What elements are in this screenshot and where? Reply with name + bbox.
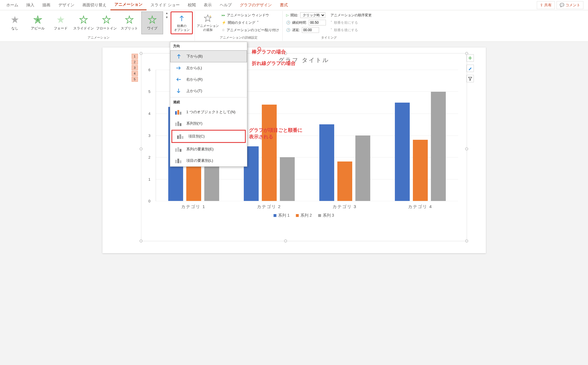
start-dropdown[interactable]: クリック時 <box>300 12 325 18</box>
anim-slidein[interactable]: スライドイン <box>73 11 94 34</box>
svg-marker-7 <box>149 16 156 23</box>
bar <box>337 161 352 201</box>
svg-rect-22 <box>175 160 177 163</box>
svg-rect-10 <box>175 111 177 115</box>
duration-input[interactable] <box>309 20 326 25</box>
tab-chartdesign[interactable]: グラフのデザイン <box>236 0 276 10</box>
svg-rect-14 <box>177 121 179 126</box>
svg-marker-4 <box>80 16 87 23</box>
svg-rect-17 <box>179 134 181 139</box>
start-label: 開始: <box>290 13 298 18</box>
menu-from-right[interactable]: 右から(R) <box>170 74 247 85</box>
bar <box>413 140 428 201</box>
menu-by-category-element[interactable]: 項目の要素別(L) <box>170 155 247 166</box>
group-label-animation: アニメーション <box>4 35 193 40</box>
group-label-timing: タイミング <box>284 35 373 40</box>
svg-marker-5 <box>103 16 110 23</box>
comment-button[interactable]: 💬コメント <box>557 1 583 9</box>
svg-rect-20 <box>177 147 179 152</box>
chart-brush-icon[interactable] <box>466 65 474 72</box>
menu-from-top[interactable]: 上から(T) <box>170 85 247 97</box>
svg-rect-16 <box>177 135 179 139</box>
bar <box>355 135 370 201</box>
tab-draw[interactable]: 描画 <box>38 0 54 10</box>
menu-by-series-element[interactable]: 系列の要素別(E) <box>170 143 247 155</box>
x-axis-label: カテゴリ 4 <box>382 204 458 210</box>
delay-label: 遅延: <box>292 28 300 33</box>
legend-item: 系列 1 <box>274 213 290 218</box>
anim-split[interactable]: スプリット <box>118 11 140 34</box>
comment-icon: 💬 <box>560 3 564 7</box>
slide-canvas: 1 2 3 4 5 グラフ タイトル 0123456 カテゴリ 1カテゴリ 2カ… <box>0 42 588 259</box>
tab-home[interactable]: ホーム <box>2 0 22 10</box>
trigger-button[interactable]: ⚡開始のタイミング˅ <box>222 19 279 26</box>
chevron-down-icon: ˅ <box>330 28 332 32</box>
effect-options-button[interactable]: 効果の オプション <box>171 11 193 34</box>
anim-fade[interactable]: フェード <box>50 11 72 34</box>
chart-plus-icon[interactable] <box>466 54 474 62</box>
menu-from-left[interactable]: 左から(L) <box>170 62 247 74</box>
annotation-bar: 棒グラフの場合 <box>252 49 286 55</box>
share-button[interactable]: ⇪共有 <box>537 1 555 9</box>
star-icon <box>56 15 65 24</box>
reorder-label: アニメーションの順序変更 <box>330 12 372 18</box>
seq-tag[interactable]: 2 <box>132 59 138 65</box>
menu-from-bottom[interactable]: 下から(B) <box>170 50 247 62</box>
slide[interactable]: 1 2 3 4 5 グラフ タイトル 0123456 カテゴリ 1カテゴリ 2カ… <box>102 47 486 253</box>
delay-input[interactable] <box>302 27 319 33</box>
clock-icon: 🕒 <box>286 28 290 32</box>
anim-appear[interactable]: アピール <box>27 11 49 34</box>
arrow-down-icon <box>174 87 183 94</box>
bar <box>395 103 410 201</box>
chart-filter-icon[interactable] <box>466 75 474 82</box>
tab-design[interactable]: デザイン <box>54 0 78 10</box>
star-icon <box>125 15 134 24</box>
svg-rect-18 <box>182 136 183 139</box>
star-icon <box>10 15 19 24</box>
tab-slideshow[interactable]: スライド ショー <box>146 0 184 10</box>
seq-tag[interactable]: 1 <box>132 54 138 59</box>
x-axis-label: カテゴリ 1 <box>156 204 231 210</box>
animation-painter-button[interactable]: ☆アニメーションのコピー/貼り付け <box>222 27 279 33</box>
anim-gallery-more[interactable]: ▲▼ <box>164 11 169 19</box>
tab-view[interactable]: 表示 <box>200 0 216 10</box>
bar <box>319 124 334 201</box>
tab-animation[interactable]: アニメーション <box>110 0 146 10</box>
animation-pane-button[interactable]: ▸▸アニメーション ウィンドウ <box>222 12 279 18</box>
animation-sequence-tags: 1 2 3 4 5 <box>132 54 138 82</box>
svg-marker-6 <box>126 16 133 23</box>
bar <box>262 105 277 201</box>
seq-tag[interactable]: 5 <box>132 77 138 82</box>
arrow-left-icon <box>174 76 183 83</box>
arrow-up-icon <box>177 14 186 23</box>
arrow-right-icon <box>174 65 183 71</box>
tab-review[interactable]: 校閲 <box>184 0 200 10</box>
bars-icon <box>174 120 183 127</box>
menu-as-one-object[interactable]: 1 つのオブジェクトとして(N) <box>170 106 247 118</box>
move-later-button[interactable]: ˅順番を後にする <box>330 27 372 33</box>
effect-options-menu: 方向 下から(B) 左から(L) 右から(R) 上から(T) 連続 1 つのオブ… <box>170 42 247 167</box>
legend-item: 系列 3 <box>318 213 334 218</box>
tab-help[interactable]: ヘルプ <box>216 0 236 10</box>
svg-rect-21 <box>180 149 181 152</box>
tab-transition[interactable]: 画面切り替え <box>78 0 110 10</box>
anim-wipe[interactable]: ワイプ <box>141 11 163 34</box>
tab-insert[interactable]: 挿入 <box>22 0 38 10</box>
tab-format[interactable]: 書式 <box>276 0 292 10</box>
svg-rect-13 <box>175 123 177 126</box>
menu-by-series[interactable]: 系列別(Y) <box>170 118 247 129</box>
add-animation-button[interactable]: + アニメーション の追加 <box>197 11 219 34</box>
move-earlier-button[interactable]: ˄順番を前にする <box>330 19 372 26</box>
arrow-up-icon <box>175 53 183 60</box>
anim-floatin[interactable]: フロートイン <box>96 11 117 34</box>
legend-item: 系列 2 <box>296 213 312 218</box>
group-label-advanced: アニメーションの詳細設定 <box>197 35 281 40</box>
menu-by-category[interactable]: 項目別(C) <box>171 130 246 143</box>
star-icon <box>148 15 157 24</box>
bars-icon <box>176 133 185 140</box>
anim-none[interactable]: なし <box>4 11 26 34</box>
seq-tag[interactable]: 3 <box>132 65 138 70</box>
bar <box>431 92 446 201</box>
seq-tag[interactable]: 4 <box>132 71 138 76</box>
x-axis-label: カテゴリ 2 <box>231 204 307 210</box>
